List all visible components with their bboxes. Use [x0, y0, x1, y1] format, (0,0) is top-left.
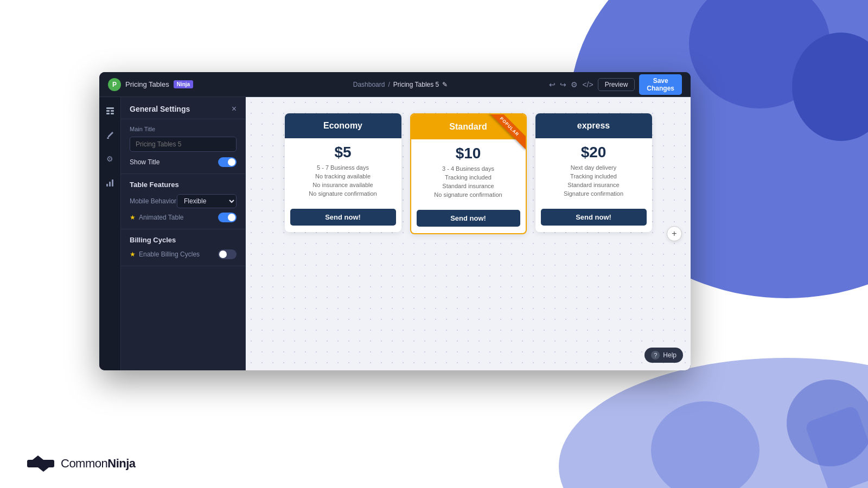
popular-ribbon: POPULAR	[487, 114, 525, 150]
breadcrumb: Dashboard / Pricing Tables 5 ✎	[227, 81, 573, 88]
panel-header: General Settings ×	[121, 97, 245, 119]
express-card-features: Next day delivery Tracking included Stan…	[535, 164, 652, 204]
svg-rect-7	[27, 460, 54, 467]
mobile-behavior-select[interactable]: Flexible Stack Scroll	[177, 194, 237, 208]
table-features-section: Table Features Mobile Behavior Flexible …	[121, 174, 245, 229]
app-title: Pricing Tables	[125, 80, 169, 88]
panel-close-button[interactable]: ×	[232, 105, 237, 113]
svg-rect-10	[106, 107, 114, 109]
preview-button[interactable]: Preview	[598, 78, 635, 91]
help-circle-icon: ?	[651, 351, 660, 359]
animated-table-label: Animated Table	[139, 214, 215, 221]
svg-rect-15	[106, 184, 108, 187]
billing-star-icon: ★	[130, 251, 136, 258]
enable-billing-label: Enable Billing Cycles	[139, 251, 215, 258]
express-send-button[interactable]: Send now!	[541, 209, 647, 226]
help-label: Help	[663, 351, 676, 359]
pricing-card-economy: Economy $5 5 - 7 Business days No tracki…	[285, 113, 401, 232]
economy-feature-3: No insurance available	[290, 182, 396, 188]
economy-card-features: 5 - 7 Business days No tracking availabl…	[285, 164, 401, 204]
pricing-card-standard: POPULAR Standard $10 3 - 4 Business days…	[410, 113, 527, 234]
animated-table-toggle[interactable]	[218, 213, 237, 222]
svg-marker-9	[38, 467, 49, 472]
standard-feature-3: Standard insurance	[417, 183, 520, 189]
ninja-badge: Ninja	[174, 80, 193, 88]
main-title-label: Main Title	[130, 126, 237, 132]
sidebar-icons: ⚙	[99, 97, 121, 370]
svg-rect-13	[106, 113, 110, 114]
undo-button[interactable]: ↩	[549, 77, 556, 92]
edit-icon[interactable]: ✎	[442, 81, 448, 88]
pricing-card-express: express $20 Next day delivery Tracking i…	[535, 113, 652, 232]
settings-panel: General Settings × Main Title Show Title…	[121, 97, 246, 370]
breadcrumb-sep: /	[388, 81, 390, 88]
show-title-toggle[interactable]	[218, 157, 237, 167]
app-window: P Pricing Tables Ninja Dashboard / Prici…	[99, 72, 691, 370]
svg-rect-16	[109, 182, 111, 187]
economy-feature-2: No tracking available	[290, 173, 396, 179]
breadcrumb-dashboard: Dashboard	[353, 81, 385, 88]
express-card-name: express	[543, 121, 644, 131]
sidebar-icon-table[interactable]	[103, 104, 118, 119]
pricing-cards: Economy $5 5 - 7 Business days No tracki…	[285, 113, 652, 234]
billing-cycles-section: Billing Cycles ★ Enable Billing Cycles	[121, 229, 245, 266]
main-title-section: Main Title Show Title	[121, 119, 245, 174]
express-feature-2: Tracking included	[541, 173, 647, 179]
express-card-header: express	[535, 113, 652, 138]
add-column-button[interactable]: +	[667, 226, 682, 241]
economy-feature-4: No signature confirmation	[290, 190, 396, 197]
billing-cycles-title: Billing Cycles	[130, 236, 237, 244]
svg-rect-14	[111, 113, 114, 114]
svg-marker-8	[33, 455, 43, 460]
svg-rect-11	[106, 110, 110, 112]
express-feature-4: Signature confirmation	[541, 190, 647, 197]
economy-feature-1: 5 - 7 Business days	[290, 164, 396, 171]
main-title-input[interactable]	[130, 137, 237, 152]
express-card-price: $20	[535, 138, 652, 164]
enable-billing-row: ★ Enable Billing Cycles	[130, 249, 237, 259]
preview-area: Economy $5 5 - 7 Business days No tracki…	[246, 97, 691, 370]
standard-feature-1: 3 - 4 Business days	[417, 165, 520, 172]
standard-feature-4: No signature confirmation	[417, 191, 520, 198]
app-logo: P	[108, 78, 121, 91]
help-button[interactable]: ? Help	[644, 348, 683, 363]
brand-logo-icon	[27, 455, 54, 472]
brand-name: CommonNinja	[61, 457, 136, 471]
redo-button[interactable]: ↪	[560, 77, 566, 92]
mobile-behavior-row: Mobile Behavior Flexible Stack Scroll	[130, 194, 237, 208]
enable-billing-toggle[interactable]	[218, 249, 237, 259]
table-features-title: Table Features	[130, 181, 237, 189]
express-feature-1: Next day delivery	[541, 164, 647, 171]
standard-feature-2: Tracking included	[417, 174, 520, 181]
settings-icon-button[interactable]: ⚙	[571, 77, 578, 92]
brand-logo: CommonNinja	[27, 455, 136, 472]
breadcrumb-current: Pricing Tables 5	[393, 81, 439, 88]
express-feature-3: Standard insurance	[541, 182, 647, 188]
panel-title: General Settings	[130, 105, 190, 113]
sidebar-icon-gear[interactable]: ⚙	[103, 151, 118, 166]
top-bar-actions: ↩ ↪ ⚙ </> Preview Save Changes	[573, 74, 682, 95]
economy-send-button[interactable]: Send now!	[290, 209, 396, 226]
economy-card-header: Economy	[285, 113, 401, 138]
code-button[interactable]: </>	[582, 77, 593, 92]
save-button[interactable]: Save Changes	[639, 74, 682, 95]
svg-rect-12	[111, 110, 114, 112]
star-icon: ★	[130, 214, 136, 221]
app-body: ⚙ General Settings × Main Title Show T	[99, 97, 691, 370]
top-bar-left: P Pricing Tables Ninja	[108, 78, 227, 91]
svg-rect-17	[112, 179, 113, 187]
economy-card-name: Economy	[292, 121, 394, 131]
top-bar: P Pricing Tables Ninja Dashboard / Prici…	[99, 72, 691, 97]
mobile-behavior-label: Mobile Behavior	[130, 197, 176, 205]
standard-send-button[interactable]: Send now!	[417, 210, 520, 227]
show-title-label: Show Title	[130, 158, 159, 166]
standard-card-features: 3 - 4 Business days Tracking included St…	[411, 165, 526, 206]
sidebar-icon-brush[interactable]	[103, 127, 118, 143]
economy-card-price: $5	[285, 138, 401, 164]
animated-table-row: ★ Animated Table	[130, 213, 237, 222]
sidebar-icon-chart[interactable]	[103, 175, 118, 190]
